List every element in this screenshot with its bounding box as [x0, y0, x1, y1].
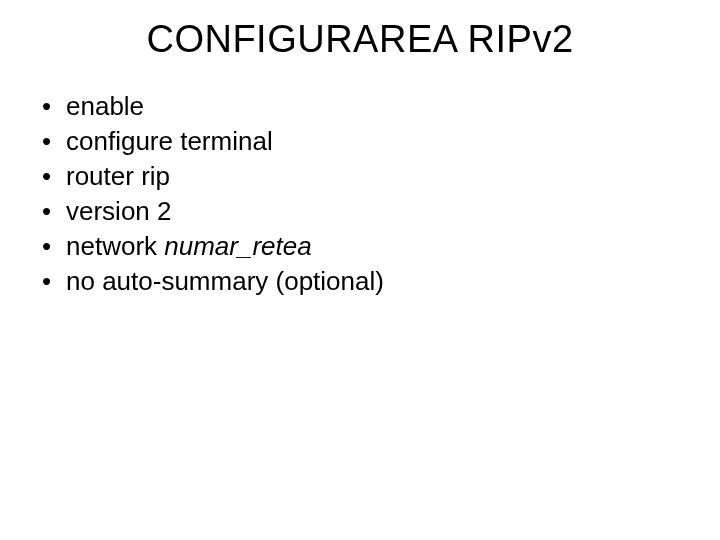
- list-item: • network numar_retea: [38, 229, 690, 264]
- page-title: CONFIGURAREA RIPv2: [30, 18, 690, 61]
- bullet-text: configure terminal: [66, 124, 690, 159]
- bullet-icon: •: [38, 194, 66, 229]
- slide: CONFIGURAREA RIPv2 • enable • configure …: [0, 0, 720, 540]
- list-item: • enable: [38, 89, 690, 124]
- bullet-text: no auto-summary (optional): [66, 264, 690, 299]
- bullet-text: enable: [66, 89, 690, 124]
- bullet-icon: •: [38, 89, 66, 124]
- bullet-text: network numar_retea: [66, 229, 690, 264]
- bullet-icon: •: [38, 159, 66, 194]
- list-item: • no auto-summary (optional): [38, 264, 690, 299]
- bullet-icon: •: [38, 229, 66, 264]
- bullet-icon: •: [38, 124, 66, 159]
- list-item: • version 2: [38, 194, 690, 229]
- list-item: • router rip: [38, 159, 690, 194]
- bullet-list: • enable • configure terminal • router r…: [30, 89, 690, 300]
- bullet-icon: •: [38, 264, 66, 299]
- bullet-text: router rip: [66, 159, 690, 194]
- list-item: • configure terminal: [38, 124, 690, 159]
- bullet-text: version 2: [66, 194, 690, 229]
